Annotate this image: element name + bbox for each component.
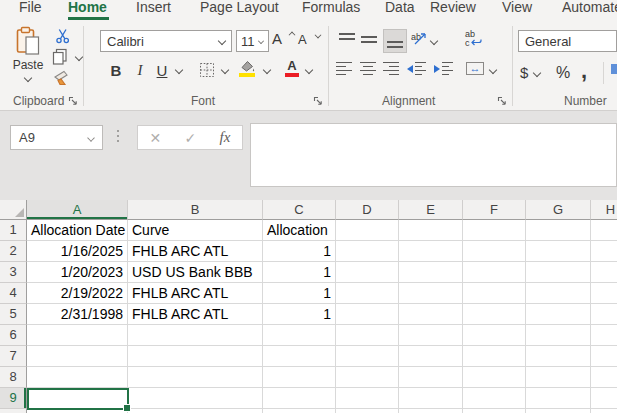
font-name-combo[interactable]: Calibri (100, 30, 232, 52)
decrease-indent-button[interactable] (407, 62, 426, 75)
cell-E9[interactable] (399, 388, 463, 409)
cell-H9[interactable] (591, 388, 617, 409)
name-box[interactable]: A9 (10, 125, 103, 150)
cell-E2[interactable] (399, 241, 463, 262)
cell-C8[interactable] (263, 367, 336, 388)
align-center-button[interactable] (360, 62, 376, 75)
insert-function-icon[interactable]: fx (220, 129, 231, 146)
cell-C3[interactable]: 1 (263, 262, 336, 283)
cell-G5[interactable] (526, 304, 591, 325)
enter-icon[interactable]: ✓ (185, 131, 197, 145)
cell-A2[interactable]: 1/16/2025 (27, 241, 128, 262)
top-align-button[interactable] (339, 33, 355, 46)
font-color-chevron-icon[interactable] (305, 66, 313, 74)
column-header-H[interactable]: H (591, 200, 617, 220)
fill-color-button[interactable] (239, 60, 255, 77)
cell-H7[interactable] (591, 346, 617, 367)
cell-F9[interactable] (463, 388, 526, 409)
align-right-button[interactable] (383, 62, 399, 75)
font-size-combo[interactable]: 11 (236, 30, 269, 52)
underline-button[interactable]: U (155, 60, 169, 80)
column-header-G[interactable]: G (526, 200, 591, 220)
cell-H8[interactable] (591, 367, 617, 388)
cell-E8[interactable] (399, 367, 463, 388)
cut-button[interactable] (55, 28, 71, 44)
paste-dropdown-chevron-icon[interactable] (24, 74, 32, 82)
tab-page-layout[interactable]: Page Layout (200, 0, 279, 17)
tab-home[interactable]: Home (68, 0, 107, 17)
font-name-chevron-icon[interactable] (218, 37, 226, 45)
cell-G4[interactable] (526, 283, 591, 304)
cell-C6[interactable] (263, 325, 336, 346)
cell-F10[interactable] (463, 409, 526, 413)
cell-D1[interactable] (336, 220, 399, 241)
column-header-F[interactable]: F (463, 200, 526, 220)
font-color-button[interactable]: A (285, 59, 299, 77)
paste-button[interactable]: Paste (8, 26, 48, 90)
number-format-combo[interactable]: General (518, 30, 617, 52)
cell-G1[interactable] (526, 220, 591, 241)
cell-B7[interactable] (128, 346, 263, 367)
cell-D9[interactable] (336, 388, 399, 409)
merge-center-button[interactable]: ↔ (466, 62, 484, 75)
tab-data[interactable]: Data (385, 0, 415, 17)
cell-A1[interactable]: Allocation Date (27, 220, 128, 241)
cell-E6[interactable] (399, 325, 463, 346)
font-size-chevron-icon[interactable] (258, 38, 264, 44)
row-header-1[interactable]: 1 (0, 220, 27, 241)
cell-B4[interactable]: FHLB ARC ATL (128, 283, 263, 304)
cell-C5[interactable]: 1 (263, 304, 336, 325)
borders-button[interactable] (199, 62, 215, 78)
row-header-4[interactable]: 4 (0, 283, 27, 304)
copy-dropdown-chevron-icon[interactable] (75, 53, 83, 61)
cell-F2[interactable] (463, 241, 526, 262)
format-painter-button[interactable] (53, 70, 70, 86)
row-header-5[interactable]: 5 (0, 304, 27, 325)
cell-A5[interactable]: 2/31/1998 (27, 304, 128, 325)
cell-A7[interactable] (27, 346, 128, 367)
grow-font-button[interactable]: A (272, 30, 296, 52)
column-header-B[interactable]: B (128, 200, 263, 220)
cell-A3[interactable]: 1/20/2023 (27, 262, 128, 283)
column-header-D[interactable]: D (336, 200, 399, 220)
row-header-3[interactable]: 3 (0, 262, 27, 283)
fill-handle[interactable] (123, 404, 131, 412)
cell-B2[interactable]: FHLB ARC ATL (128, 241, 263, 262)
cell-D4[interactable] (336, 283, 399, 304)
column-header-E[interactable]: E (399, 200, 463, 220)
cell-C10[interactable] (263, 409, 336, 413)
row-header-2[interactable]: 2 (0, 241, 27, 262)
cell-C1[interactable]: Allocation (263, 220, 336, 241)
row-header-8[interactable]: 8 (0, 367, 27, 388)
formula-bar-input[interactable] (250, 123, 617, 187)
row-header-6[interactable]: 6 (0, 325, 27, 346)
row-header-7[interactable]: 7 (0, 346, 27, 367)
tab-formulas[interactable]: Formulas (302, 0, 360, 17)
cell-B9[interactable] (128, 388, 263, 409)
cell-E4[interactable] (399, 283, 463, 304)
cell-B5[interactable]: FHLB ARC ATL (128, 304, 263, 325)
cell-F1[interactable] (463, 220, 526, 241)
font-dialog-launcher-icon[interactable] (313, 96, 323, 106)
cell-E3[interactable] (399, 262, 463, 283)
borders-chevron-icon[interactable] (221, 66, 229, 74)
cell-E7[interactable] (399, 346, 463, 367)
cell-E1[interactable] (399, 220, 463, 241)
cell-B3[interactable]: USD US Bank BBB (128, 262, 263, 283)
cell-G7[interactable] (526, 346, 591, 367)
cell-B6[interactable] (128, 325, 263, 346)
tab-view[interactable]: View (502, 0, 532, 17)
cell-F6[interactable] (463, 325, 526, 346)
cancel-icon[interactable]: ✕ (150, 131, 162, 145)
column-header-C[interactable]: C (263, 200, 336, 220)
cell-F3[interactable] (463, 262, 526, 283)
align-left-button[interactable] (336, 62, 352, 75)
cell-D3[interactable] (336, 262, 399, 283)
cell-G8[interactable] (526, 367, 591, 388)
cell-C4[interactable]: 1 (263, 283, 336, 304)
increase-decimal-icon-partial[interactable] (611, 64, 617, 74)
cell-A8[interactable] (27, 367, 128, 388)
cell-E10[interactable] (399, 409, 463, 413)
cell-D7[interactable] (336, 346, 399, 367)
cell-A4[interactable]: 2/19/2022 (27, 283, 128, 304)
